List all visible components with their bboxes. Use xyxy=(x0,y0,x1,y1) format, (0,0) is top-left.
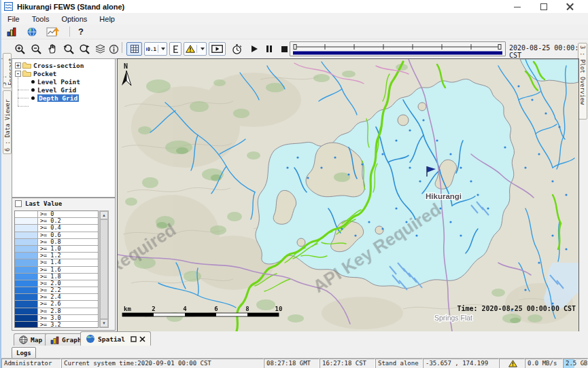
app-logo-icon xyxy=(4,2,13,11)
legend-row-label: >= 1.4 xyxy=(38,259,98,265)
status-memory: 2.5 GB xyxy=(563,358,588,368)
tree-item-cross-section[interactable]: + Cross-section xyxy=(12,61,115,69)
map-canvas: API Key Required API Key Required N Hiku… xyxy=(118,59,578,331)
menu-item-file[interactable]: File xyxy=(1,14,26,24)
legend-color-swatch xyxy=(15,246,38,252)
legend-row-label: >= 1.2 xyxy=(38,253,98,259)
scroll-up-icon[interactable]: ▲ xyxy=(100,211,108,219)
menu-item-help[interactable]: Help xyxy=(93,14,121,24)
globe-wireframe-icon xyxy=(19,335,28,344)
info-icon[interactable] xyxy=(107,42,120,56)
help-button[interactable]: ? xyxy=(75,26,86,37)
layers-tree: + Cross-section - Pocket Level Point Lev… xyxy=(12,58,116,198)
main-toolbar: ? xyxy=(1,24,588,39)
status-download-speed: 0.0 MB/s xyxy=(525,358,563,368)
bottom-tab-bar: Map Graph Spatial xyxy=(1,331,588,346)
play-button[interactable] xyxy=(249,42,260,56)
legend-row-label: >= 2.2 xyxy=(38,287,98,293)
legend-color-swatch xyxy=(15,211,38,217)
svg-text:6: 6 xyxy=(214,306,218,312)
database-display-icon[interactable] xyxy=(6,26,18,37)
legend-row-label: >= 0 xyxy=(38,211,98,217)
zoom-out-icon[interactable] xyxy=(29,42,44,56)
legend-color-swatch xyxy=(15,280,38,287)
scroll-down-icon[interactable]: ▼ xyxy=(100,319,108,327)
toolbar-separator xyxy=(122,42,122,53)
class-interval-dropdown[interactable]: 0.1 xyxy=(144,42,167,56)
minimize-button[interactable] xyxy=(513,3,521,11)
close-button[interactable] xyxy=(566,3,574,11)
status-coordinates: -35.657 , 174.199 xyxy=(423,358,499,368)
last-value-label: Last Value xyxy=(25,200,62,207)
legend-row[interactable]: >= 3.2 xyxy=(15,322,98,328)
legend-color-swatch xyxy=(15,218,38,224)
maximize-button[interactable] xyxy=(540,3,548,11)
legend-row[interactable]: >= 1.4 xyxy=(15,259,98,266)
status-mode: Stand alone xyxy=(375,358,423,368)
tab-map[interactable]: Map xyxy=(14,333,48,346)
legend-row-label: >= 0.4 xyxy=(38,225,98,231)
legend-row-label: >= 2.8 xyxy=(38,308,98,314)
warning-icon xyxy=(508,360,517,367)
menu-item-tools[interactable]: Tools xyxy=(26,14,56,24)
layers-icon[interactable] xyxy=(92,42,107,56)
legend-row-label: >= 1.8 xyxy=(38,274,98,280)
legend-color-swatch xyxy=(15,322,38,328)
menu-item-options[interactable]: Options xyxy=(55,14,93,24)
maximize-panel-icon[interactable] xyxy=(131,336,137,342)
status-user: Administrator xyxy=(1,358,61,368)
title-bar: Hikurangi FEWS (Stand alone) xyxy=(1,0,588,13)
spatial-display-icon[interactable] xyxy=(46,26,60,37)
logs-button[interactable]: Logs xyxy=(12,347,36,358)
tree-item-pocket[interactable]: - Pocket xyxy=(12,69,115,77)
animation-panel-button[interactable] xyxy=(209,42,226,56)
pause-button[interactable] xyxy=(264,42,275,56)
grid-display-button[interactable] xyxy=(126,42,142,56)
animation-timer-icon[interactable] xyxy=(228,42,245,56)
thresholds-dropdown[interactable] xyxy=(184,42,207,56)
chevron-down-icon xyxy=(161,48,165,50)
legend-row-label: >= 2.4 xyxy=(38,294,98,300)
legend-color-swatch xyxy=(15,274,38,280)
tab-spatial[interactable]: Spatial xyxy=(80,331,151,346)
pan-hand-icon[interactable] xyxy=(45,42,60,56)
tree-item-level-point[interactable]: Level Point xyxy=(12,77,115,86)
legend-row-label: >= 0.2 xyxy=(38,218,98,224)
legend-scrollbar[interactable]: ▲ ▼ xyxy=(99,210,109,328)
logs-row: Logs xyxy=(1,346,588,358)
legend-panel: Last Value >= 0>= 0.2>= 0.4>= 0.6>= 0.8>… xyxy=(12,198,116,331)
scrollbar-thumb[interactable] xyxy=(100,219,108,319)
timeline-slider[interactable] xyxy=(290,41,506,56)
svg-text:N: N xyxy=(124,62,128,70)
scale-bar-button[interactable] xyxy=(169,42,181,56)
status-warning-cell[interactable] xyxy=(499,358,525,368)
zoom-previous-icon[interactable] xyxy=(61,42,76,56)
legend-row-label: >= 3.0 xyxy=(38,315,98,321)
side-tab-forecast[interactable]: 5 : Forecast xyxy=(3,53,12,88)
legend-color-swatch xyxy=(15,232,38,238)
close-panel-icon[interactable] xyxy=(139,336,145,342)
legend-color-swatch xyxy=(15,294,38,300)
side-tab-plot-overview[interactable]: 3 : Plot Overview xyxy=(578,43,587,119)
side-tab-data-viewer[interactable]: 6 : Data Viewer xyxy=(3,90,12,154)
place-label: Springs Flat xyxy=(434,314,472,322)
expand-icon[interactable]: + xyxy=(15,62,21,69)
svg-text:10: 10 xyxy=(275,306,283,312)
zoom-in-icon[interactable] xyxy=(12,42,27,56)
node-bullet-icon xyxy=(31,80,35,84)
timeline-track xyxy=(290,42,505,56)
map-time-label: Time: 2020-08-25 00:00:00 CST xyxy=(457,305,576,312)
menu-bar: File Tools Options Help xyxy=(1,13,588,24)
legend-color-swatch xyxy=(15,308,38,314)
map-viewport[interactable]: API Key Required API Key Required N Hiku… xyxy=(117,58,579,332)
map-display-icon[interactable] xyxy=(27,26,37,37)
timeline-current-date: 2020-08-25 00:00:00 CST xyxy=(509,44,588,59)
legend-color-swatch xyxy=(15,253,38,259)
legend-row-label: >= 2.0 xyxy=(38,280,98,287)
chevron-down-icon xyxy=(201,48,205,50)
legend-color-swatch xyxy=(15,267,38,273)
last-value-checkbox[interactable] xyxy=(15,200,22,207)
zoom-next-icon[interactable] xyxy=(77,42,92,56)
stop-button[interactable] xyxy=(279,42,290,56)
collapse-icon[interactable]: - xyxy=(15,71,21,77)
